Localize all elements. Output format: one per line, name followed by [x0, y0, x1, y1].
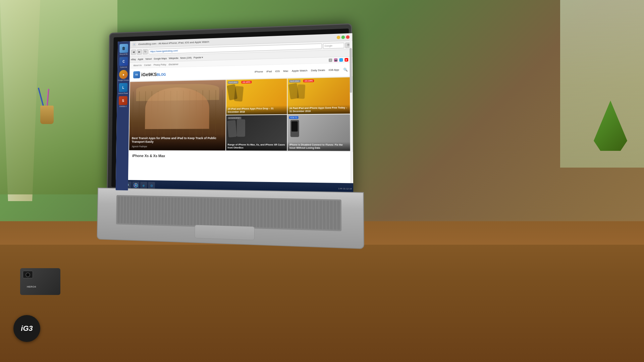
- tile-1-category-badge: iOS APPS: [241, 81, 252, 84]
- refresh-button[interactable]: ↻: [143, 49, 148, 54]
- site-top-links: About Us Contact Privacy Policy Disclaim…: [133, 63, 178, 66]
- tile-3-phone: [227, 120, 237, 137]
- trackpad[interactable]: [195, 225, 255, 240]
- link-privacy[interactable]: Privacy Policy: [154, 63, 166, 66]
- nav-applewatch[interactable]: Apple Watch: [292, 69, 308, 72]
- tile-otterbox[interactable]: ACCESSORIES Range of iPhone Xs Max, Xs, …: [226, 115, 287, 151]
- maximize-button[interactable]: [341, 35, 345, 39]
- website-content: About Us Contact Privacy Policy Disclaim…: [128, 57, 353, 162]
- nav-igbapp[interactable]: iGB App: [329, 68, 339, 72]
- search-bar[interactable]: Google: [323, 43, 344, 49]
- taskbar-chrome[interactable]: [132, 182, 140, 189]
- featured-main-article[interactable]: Best Transit Apps for iPhone and iPad to…: [129, 80, 226, 150]
- link-contact[interactable]: Contact: [144, 64, 151, 66]
- icon-label-cyberlink: CyberLink: [120, 66, 127, 68]
- tile-4-phone-screen: [291, 121, 298, 132]
- taskbar-ie[interactable]: e: [140, 182, 147, 189]
- forward-button[interactable]: ▶: [137, 49, 142, 55]
- titlebar-controls: [337, 35, 350, 39]
- tile-4-phone: [290, 120, 299, 137]
- camera-lens: [23, 271, 33, 278]
- nav-mac[interactable]: Mac: [283, 69, 288, 72]
- facebook-icon[interactable]: f: [329, 58, 332, 62]
- bookmark-yahoo[interactable]: Yahoo!: [145, 58, 152, 60]
- close-button[interactable]: [346, 35, 350, 39]
- window-area: [0, 0, 117, 194]
- laptop: 🗑 Recycle Bin C CyberLink ● Google Chrom…: [106, 23, 368, 261]
- scrollbar-thumb[interactable]: [350, 48, 352, 93]
- twitter-icon[interactable]: t: [339, 58, 343, 62]
- tile-3-phone2: [237, 119, 245, 137]
- browser-area: i iGeeksBlog.com - All About iPhone, iPa…: [128, 33, 353, 183]
- titlebar-left: i iGeeksBlog.com - All About iPhone, iPa…: [132, 40, 209, 47]
- nav-iphone[interactable]: iPhone: [255, 70, 263, 73]
- tile-3-overlay: Range of iPhone Xs Max, Xs, and iPhone X…: [226, 142, 287, 151]
- instagram-icon[interactable]: 📷: [334, 58, 338, 62]
- nav-dailydeals[interactable]: Daily Deals: [311, 69, 325, 72]
- featured-grid: Best Transit Apps for iPhone and iPad to…: [128, 76, 353, 152]
- featured-main-title: Best Transit Apps for iPhone and iPad to…: [132, 136, 223, 144]
- plant-leaves: [594, 101, 627, 151]
- taskbar-extra[interactable]: ⊛: [148, 182, 155, 189]
- cup-body: [40, 106, 54, 124]
- svg-line-7: [137, 186, 137, 186]
- nav-ipad[interactable]: iPad: [266, 70, 272, 73]
- bookmark-ebay[interactable]: eBay: [131, 58, 136, 61]
- ig3-text: iG3: [21, 324, 33, 333]
- svg-point-5: [135, 184, 137, 186]
- taskbar-spacer: [156, 186, 337, 189]
- site-logo: iG iGe9KSBLOG: [133, 70, 166, 78]
- screen-bezel: 🗑 Recycle Bin C CyberLink ● Google Chrom…: [111, 28, 350, 191]
- laptop-lid: 🗑 Recycle Bin C CyberLink ● Google Chrom…: [107, 23, 353, 197]
- tile-ios-apps-1[interactable]: FEATURED iOS APPS 25 iPad and iPhone App…: [226, 79, 287, 115]
- minimize-button[interactable]: [337, 36, 340, 39]
- tile-iphone-disabled[interactable]: HOW-TO iPhone is Disabled Connect to iTu…: [288, 114, 352, 151]
- tile-1-featured-badge: FEATURED: [228, 81, 238, 84]
- desktop-sidebar: 🗑 Recycle Bin C CyberLink ● Google Chrom…: [116, 41, 130, 190]
- logo-icon: iG: [133, 71, 140, 78]
- tile-2-phone2: [297, 84, 305, 99]
- featured-main-overlay: Best Transit Apps for iPhone and iPad to…: [129, 134, 225, 150]
- browser-tab-icon: i: [132, 43, 136, 47]
- desktop-icon-recycle[interactable]: 🗑 Recycle Bin: [119, 44, 128, 55]
- tile-3-title: Range of iPhone Xs Max, Xs, and iPhone X…: [228, 143, 285, 149]
- tile-ios-apps-2[interactable]: FEATURED iOS APPS 24 Paid iPad and iPhon…: [288, 77, 351, 114]
- youtube-icon[interactable]: ▶: [345, 58, 348, 62]
- icon-label-recycle: Recycle Bin: [120, 53, 128, 55]
- tile-1-overlay: 25 iPad and iPhone Apps Price Drop – 31 …: [226, 105, 287, 115]
- tile-2-featured-badge: FEATURED: [289, 80, 301, 83]
- desktop-icon-lenovo1[interactable]: L Lenovo Power: [118, 83, 128, 95]
- logo-text: iGe9KSBLOG: [141, 71, 166, 77]
- site-nav: iPhone iPad iOS Mac Apple Watch Daily De…: [255, 67, 348, 74]
- desktop-icon-lenovo2[interactable]: S SHAREit 2: [119, 96, 127, 108]
- bookmark-news[interactable]: News (104): [180, 57, 192, 59]
- screen-content: 🗑 Recycle Bin C CyberLink ● Google Chrom…: [116, 33, 354, 194]
- tile-2-overlay: 24 Paid iPad and iPhone Apps Gone Free T…: [288, 105, 351, 114]
- back-button[interactable]: ◀: [131, 49, 136, 55]
- link-about[interactable]: About Us: [133, 64, 142, 66]
- bookmark-wikipedia[interactable]: Wikipedia: [169, 57, 178, 60]
- taskbar-date: 31-12-18: [343, 188, 352, 190]
- taskbar-tray: 1:44 31-12-18: [338, 187, 352, 190]
- link-disclaimer[interactable]: Disclaimer: [169, 63, 178, 66]
- featured-main-author: Jignesh Padhiyar: [131, 145, 222, 148]
- subway-seats: [132, 90, 222, 137]
- tile-2-category-badge: iOS APPS: [303, 79, 314, 82]
- bookmark-apple[interactable]: Apple: [138, 58, 144, 60]
- desktop-icon-cyberlink[interactable]: C CyberLink: [119, 57, 128, 68]
- tile-2-title: 24 Paid iPad and iPhone Apps Gone Free T…: [289, 106, 350, 113]
- bookmark-googlemaps[interactable]: Google Maps: [154, 57, 167, 60]
- taskbar-time: 1:44: [338, 187, 342, 189]
- bookmark-popular[interactable]: Popular ▾: [194, 56, 203, 59]
- tile-4-category-badge: HOW-TO: [289, 116, 299, 119]
- desktop-icon-chrome[interactable]: ● Google Chrome: [118, 70, 129, 81]
- icon-label-chrome: Google Chrome: [118, 79, 129, 81]
- search-icon-button[interactable]: 🔍: [342, 67, 348, 72]
- browser-title-text: iGeeksBlog.com - All About iPhone, iPad,…: [138, 40, 209, 46]
- nav-ios[interactable]: iOS: [275, 70, 280, 73]
- icon-label-lenovo1: Lenovo Power: [118, 92, 128, 94]
- site-social-icons: f 📷 t ▶: [329, 58, 348, 62]
- laptop-base: [97, 188, 364, 249]
- tile-4-overlay: iPhone is Disabled Connect to iTunes: Fi…: [288, 142, 352, 151]
- tile-4-title: iPhone is Disabled Connect to iTunes: Fi…: [289, 143, 350, 149]
